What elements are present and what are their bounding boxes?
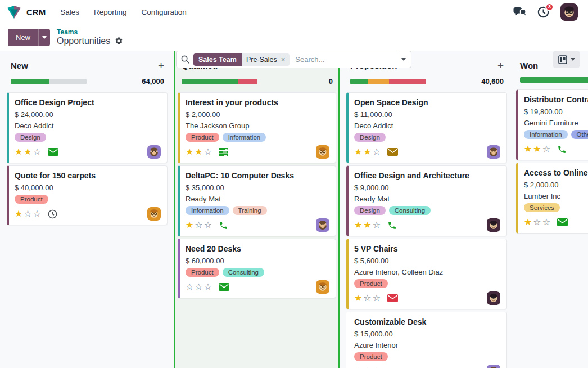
opportunity-card[interactable]: Access to Online Catalog $ 2,000.00 Lumb… bbox=[516, 163, 588, 234]
progressbar-segment[interactable] bbox=[520, 77, 588, 83]
star-empty-icon[interactable]: ☆ bbox=[33, 209, 42, 218]
envelope-activity-icon[interactable] bbox=[48, 148, 58, 156]
star-empty-icon[interactable]: ☆ bbox=[533, 217, 542, 227]
phone-activity-icon[interactable] bbox=[219, 221, 228, 230]
new-button[interactable]: New bbox=[8, 29, 38, 46]
star-filled-icon[interactable]: ★ bbox=[186, 220, 195, 230]
search-icon bbox=[181, 55, 189, 64]
column-progressbar[interactable] bbox=[11, 79, 87, 84]
star-empty-icon[interactable]: ☆ bbox=[204, 282, 213, 291]
progressbar-segment[interactable] bbox=[182, 79, 238, 84]
add-record-button[interactable]: + bbox=[497, 60, 504, 71]
star-empty-icon[interactable]: ☆ bbox=[195, 220, 203, 230]
star-filled-icon[interactable]: ★ bbox=[195, 147, 203, 156]
opportunity-card[interactable]: DeltaPC: 10 Computer Desks $ 35,000.00 R… bbox=[178, 165, 336, 236]
star-empty-icon[interactable]: ☆ bbox=[542, 217, 551, 227]
star-empty-icon[interactable]: ☆ bbox=[363, 293, 372, 303]
star-filled-icon[interactable]: ★ bbox=[186, 147, 195, 156]
star-filled-icon[interactable]: ★ bbox=[15, 209, 24, 218]
breadcrumb-current: Opportunities bbox=[57, 36, 110, 46]
progressbar-segment[interactable] bbox=[11, 79, 49, 84]
menu-reporting[interactable]: Reporting bbox=[94, 8, 127, 16]
phone-activity-icon[interactable] bbox=[557, 145, 567, 154]
priority-stars[interactable]: ★★☆ bbox=[15, 147, 42, 156]
priority-stars[interactable]: ★★☆ bbox=[524, 145, 551, 154]
priority-stars[interactable]: ★★☆ bbox=[186, 147, 213, 156]
star-empty-icon[interactable]: ☆ bbox=[204, 147, 213, 156]
priority-stars[interactable]: ★☆☆ bbox=[186, 221, 213, 230]
opportunity-card[interactable]: Distributor Contract $ 19,800.00 Gemini … bbox=[516, 89, 588, 160]
progressbar-segment[interactable] bbox=[389, 79, 426, 84]
star-filled-icon[interactable]: ★ bbox=[524, 217, 533, 227]
phone-activity-icon[interactable] bbox=[387, 221, 397, 230]
star-empty-icon[interactable]: ☆ bbox=[373, 293, 382, 303]
tag-list: Services bbox=[524, 203, 588, 212]
star-filled-icon[interactable]: ★ bbox=[524, 144, 533, 154]
breadcrumb-teams[interactable]: Teams bbox=[57, 29, 123, 36]
opportunity-card[interactable]: Customizable Desk $ 15,000.00 Azure Inte… bbox=[346, 312, 507, 368]
gear-icon[interactable] bbox=[115, 37, 123, 45]
tasks-activity-icon[interactable] bbox=[219, 148, 228, 156]
priority-stars[interactable]: ☆☆☆ bbox=[186, 282, 213, 291]
star-empty-icon[interactable]: ☆ bbox=[33, 147, 42, 156]
kanban-column: Won + Distributor Contract $ 19,800.00 G… bbox=[514, 51, 588, 368]
star-filled-icon[interactable]: ★ bbox=[363, 147, 372, 156]
priority-stars[interactable]: ★★☆ bbox=[354, 221, 382, 230]
activities-icon[interactable]: 3 bbox=[537, 6, 549, 18]
star-empty-icon[interactable]: ☆ bbox=[24, 209, 33, 218]
star-filled-icon[interactable]: ★ bbox=[24, 147, 33, 156]
clock-activity-icon[interactable] bbox=[48, 209, 57, 219]
search-bar[interactable]: Sales Team Pre-Sales × bbox=[176, 51, 411, 68]
envelope-activity-icon[interactable] bbox=[387, 294, 398, 302]
column-progressbar[interactable] bbox=[182, 79, 257, 84]
star-filled-icon[interactable]: ★ bbox=[354, 220, 363, 230]
opportunity-card[interactable]: Interest in your products $ 2,000.00 The… bbox=[178, 92, 336, 163]
column-progressbar[interactable] bbox=[350, 79, 426, 84]
tag: Design bbox=[354, 206, 386, 215]
star-filled-icon[interactable]: ★ bbox=[354, 293, 363, 303]
opportunity-title: Quote for 150 carpets bbox=[15, 171, 161, 180]
opportunity-card[interactable]: Office Design Project $ 24,000.00 Deco A… bbox=[7, 92, 168, 163]
priority-stars[interactable]: ★★☆ bbox=[354, 147, 382, 156]
messages-icon[interactable] bbox=[513, 7, 526, 17]
star-filled-icon[interactable]: ★ bbox=[354, 147, 363, 156]
priority-stars[interactable]: ★☆☆ bbox=[524, 218, 551, 227]
user-avatar[interactable] bbox=[560, 3, 578, 21]
add-record-button[interactable]: + bbox=[158, 60, 164, 71]
column-counter: 40,600 bbox=[481, 77, 504, 86]
remove-facet-icon[interactable]: × bbox=[281, 55, 286, 64]
kanban-view-switcher[interactable] bbox=[553, 51, 580, 68]
opportunity-card[interactable]: 5 VP Chairs $ 5,600.00 Azure Interior, C… bbox=[346, 239, 507, 309]
new-dropdown-button[interactable] bbox=[38, 29, 50, 46]
salesperson-avatar bbox=[147, 207, 161, 221]
star-empty-icon[interactable]: ☆ bbox=[186, 282, 195, 291]
progressbar-segment[interactable] bbox=[368, 79, 388, 84]
priority-stars[interactable]: ★☆☆ bbox=[15, 209, 42, 218]
star-empty-icon[interactable]: ☆ bbox=[373, 147, 382, 156]
tag-list: ProductInformation bbox=[186, 133, 329, 142]
envelope-activity-icon[interactable] bbox=[387, 148, 398, 156]
search-dropdown-toggle[interactable] bbox=[396, 51, 411, 68]
star-filled-icon[interactable]: ★ bbox=[15, 147, 24, 156]
priority-stars[interactable]: ★☆☆ bbox=[354, 294, 382, 303]
progressbar-segment[interactable] bbox=[350, 79, 368, 84]
opportunity-card[interactable]: Need 20 Desks $ 60,000.00 ProductConsult… bbox=[178, 239, 336, 298]
star-empty-icon[interactable]: ☆ bbox=[373, 220, 382, 230]
opportunity-card[interactable]: Quote for 150 carpets $ 40,000.00 Produc… bbox=[7, 165, 168, 225]
envelope-activity-icon[interactable] bbox=[557, 218, 568, 226]
progressbar-segment[interactable] bbox=[238, 79, 257, 84]
star-filled-icon[interactable]: ★ bbox=[363, 220, 372, 230]
search-input[interactable] bbox=[294, 55, 396, 64]
opportunity-card[interactable]: Open Space Design $ 11,000.00 Deco Addic… bbox=[346, 92, 507, 163]
envelope-activity-icon[interactable] bbox=[219, 283, 229, 291]
opportunity-card[interactable]: Office Design and Architecture $ 9,000.0… bbox=[346, 165, 507, 236]
menu-configuration[interactable]: Configuration bbox=[142, 8, 187, 16]
star-empty-icon[interactable]: ☆ bbox=[195, 282, 203, 291]
star-filled-icon[interactable]: ★ bbox=[533, 144, 542, 154]
menu-sales[interactable]: Sales bbox=[60, 8, 79, 16]
star-empty-icon[interactable]: ☆ bbox=[204, 220, 213, 230]
expected-revenue: $ 2,000.00 bbox=[186, 110, 329, 119]
column-progressbar[interactable] bbox=[520, 77, 588, 83]
app-brand[interactable]: CRM bbox=[7, 5, 46, 19]
star-empty-icon[interactable]: ☆ bbox=[542, 144, 551, 154]
